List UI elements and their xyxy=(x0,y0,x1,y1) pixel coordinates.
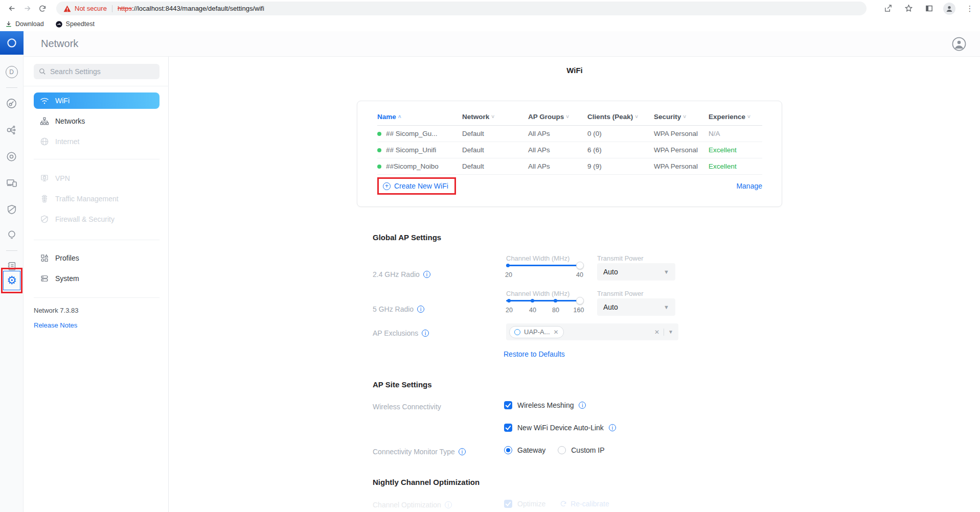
traffic-light-icon xyxy=(40,194,49,203)
column-header-experience[interactable]: Experience˅ xyxy=(709,113,762,121)
chevron-down-icon: ▼ xyxy=(664,304,669,310)
transmit-power-select-5[interactable]: Auto ▼ xyxy=(597,298,675,316)
reload-icon[interactable] xyxy=(35,2,50,16)
chevron-down-icon: ▼ xyxy=(664,269,669,275)
table-row[interactable]: ## Sicomp_Gu... Default All APs 0 (0) WP… xyxy=(377,126,762,142)
wifi-experience: Excellent xyxy=(709,146,762,154)
app-header: Network xyxy=(24,31,980,57)
column-header-clients[interactable]: Clients (Peak)˅ xyxy=(587,113,654,121)
search-input[interactable] xyxy=(50,67,152,76)
unifi-logo[interactable] xyxy=(0,31,24,55)
sidebar-item-internet[interactable]: Internet xyxy=(34,133,159,150)
sidebar-item-profiles[interactable]: Profiles xyxy=(34,250,159,266)
column-header-security[interactable]: Security˅ xyxy=(654,113,709,121)
create-wifi-highlight-box: + Create New WiFi xyxy=(377,177,456,195)
sidebar-item-label: Traffic Management xyxy=(55,195,119,203)
slider-handle[interactable] xyxy=(576,297,584,305)
user-avatar-icon[interactable] xyxy=(951,36,967,52)
column-header-name[interactable]: Name˄ xyxy=(377,113,462,121)
wifi-experience: N/A xyxy=(709,130,762,137)
wifi-network: Default xyxy=(462,146,528,154)
ap-exclusions-select[interactable]: UAP-A... ✕ ✕ ▼ xyxy=(506,323,678,340)
browser-actions: ⋮ xyxy=(882,0,976,17)
rail-item-domain[interactable]: D xyxy=(0,61,24,83)
sidebar-divider xyxy=(34,159,159,159)
download-icon xyxy=(5,20,12,28)
auto-link-checkbox[interactable] xyxy=(504,424,512,432)
sidebar-item-system[interactable]: System xyxy=(34,270,159,287)
browser-profile-icon[interactable] xyxy=(943,3,955,15)
restore-defaults-link[interactable]: Restore to Defaults xyxy=(504,350,565,358)
forward-icon[interactable] xyxy=(19,2,35,16)
sidebar-item-label: Internet xyxy=(55,137,79,146)
optimize-checkbox[interactable] xyxy=(504,500,512,508)
info-icon[interactable]: i xyxy=(609,424,616,431)
chevron-down-icon[interactable]: ▼ xyxy=(668,329,673,335)
create-new-wifi-button[interactable]: + Create New WiFi xyxy=(383,182,448,190)
wireless-meshing-checkbox[interactable] xyxy=(504,401,512,409)
remove-tag-icon[interactable]: ✕ xyxy=(554,329,559,336)
tag-label: UAP-A... xyxy=(524,328,550,336)
channel-width-slider-24[interactable] xyxy=(506,262,583,269)
table-row[interactable]: ## Sicomp_Unifi Default All APs 6 (6) WP… xyxy=(377,142,762,158)
channel-width-slider-5[interactable] xyxy=(506,297,583,304)
ap-exclusions-label: AP Exclusionsi xyxy=(373,329,429,337)
sort-icon: ˅ xyxy=(683,114,686,120)
info-icon[interactable]: i xyxy=(579,402,586,409)
system-icon xyxy=(40,274,49,283)
sidebar-item-vpn[interactable]: VPN xyxy=(34,170,159,187)
sidebar-item-firewall-security[interactable]: Firewall & Security xyxy=(34,211,159,227)
rail-item-security[interactable] xyxy=(0,198,24,221)
info-icon[interactable]: i xyxy=(423,271,430,278)
app-title: Network xyxy=(41,38,78,50)
bookmark-star-icon[interactable] xyxy=(902,2,915,16)
info-icon[interactable]: i xyxy=(417,306,424,313)
info-icon[interactable]: i xyxy=(459,448,466,455)
rail-item-clients[interactable] xyxy=(0,172,24,194)
sidebar-item-wifi[interactable]: WiFi xyxy=(34,92,159,109)
rail-divider xyxy=(6,87,17,88)
bookmarks-bar: Download Speedtest xyxy=(0,17,980,31)
column-header-ap-groups[interactable]: AP Groups˅ xyxy=(528,113,587,121)
refresh-icon xyxy=(560,500,567,507)
address-bar[interactable]: Not secure https://localhost:8443/manage… xyxy=(56,2,867,15)
manage-link[interactable]: Manage xyxy=(736,182,762,190)
search-settings[interactable] xyxy=(34,64,159,79)
back-icon[interactable] xyxy=(4,2,19,16)
column-header-network[interactable]: Network˅ xyxy=(462,113,528,121)
side-panel-icon[interactable] xyxy=(923,2,935,16)
rail-item-dashboard[interactable] xyxy=(0,92,24,114)
sort-icon: ˅ xyxy=(491,114,494,120)
browser-menu-icon[interactable]: ⋮ xyxy=(964,2,976,16)
d-circle-icon: D xyxy=(6,66,18,78)
gateway-radio[interactable] xyxy=(504,446,512,454)
info-icon[interactable]: i xyxy=(422,330,429,337)
sidebar-item-networks[interactable]: Networks xyxy=(34,113,159,129)
sidebar-item-label: VPN xyxy=(55,174,70,182)
wifi-experience: Excellent xyxy=(709,162,762,170)
release-notes-link[interactable]: Release Notes xyxy=(34,321,77,329)
clear-all-icon[interactable]: ✕ xyxy=(654,329,659,336)
sidebar-item-label: Networks xyxy=(55,117,85,125)
sidebar-item-label: Profiles xyxy=(55,254,79,262)
lightbulb-icon xyxy=(6,229,17,241)
share-icon[interactable] xyxy=(882,2,894,16)
rail-item-insights[interactable] xyxy=(0,224,24,246)
custom-ip-radio[interactable] xyxy=(558,446,566,454)
bookmark-download[interactable]: Download xyxy=(5,20,44,28)
rail-item-topology[interactable] xyxy=(0,119,24,141)
transmit-power-select-24[interactable]: Auto ▼ xyxy=(597,263,675,281)
sidebar-item-traffic-management[interactable]: Traffic Management xyxy=(34,191,159,207)
recalibrate-button[interactable]: Re-calibrate xyxy=(560,500,609,508)
not-secure-label: Not secure xyxy=(75,5,107,12)
firewall-shield-icon xyxy=(40,215,49,224)
ap-exclusion-tag[interactable]: UAP-A... ✕ xyxy=(509,326,564,338)
bookmark-speedtest[interactable]: Speedtest xyxy=(55,20,95,28)
rail-item-settings[interactable]: ⚙ xyxy=(3,271,20,290)
wifi-security: WPA Personal xyxy=(654,146,709,154)
table-row[interactable]: ##Sicomp_Noibo Default All APs 9 (9) WPA… xyxy=(377,158,762,175)
gateway-label: Gateway xyxy=(517,446,545,454)
slider-handle[interactable] xyxy=(576,262,584,269)
sidebar-item-label: System xyxy=(55,274,79,283)
rail-item-devices[interactable] xyxy=(0,145,24,168)
